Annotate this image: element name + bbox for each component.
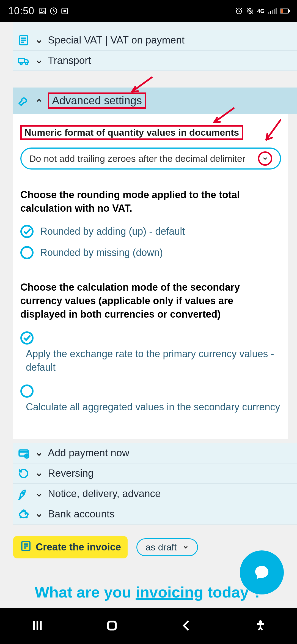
advanced-settings-panel: Numeric format of quantity values in doc…	[13, 114, 288, 439]
network-label: 4G	[257, 8, 265, 14]
chevron-down-icon	[35, 510, 43, 518]
chevron-up-icon	[35, 94, 43, 107]
record-icon	[61, 7, 68, 15]
piggy-bank-icon	[17, 508, 30, 520]
back-button[interactable]	[180, 619, 194, 634]
accordion-item-advanced-settings[interactable]: Advanced settings	[13, 88, 297, 114]
radio-exchange-rate[interactable]: Apply the exchange rate to the primary c…	[20, 331, 281, 374]
accordion-label: Special VAT | VAT on payment	[48, 34, 185, 46]
accessibility-button[interactable]	[254, 620, 266, 633]
accordion-item-reversing[interactable]: Reversing	[13, 463, 297, 484]
home-button[interactable]	[105, 619, 119, 634]
truck-icon	[17, 54, 30, 67]
accordion-item-transport[interactable]: Transport	[13, 51, 297, 71]
revert-icon	[17, 467, 30, 479]
chat-bubble-icon	[253, 564, 271, 581]
radio-label: Rounded by missing (down)	[40, 245, 163, 260]
payment-icon	[17, 447, 30, 459]
advanced-settings-title: Advanced settings	[48, 92, 146, 109]
accordion-label: Bank accounts	[48, 508, 115, 520]
chevron-down-icon	[35, 57, 43, 64]
accordion-item-add-payment[interactable]: Add payment now	[13, 443, 297, 463]
radio-label: Apply the exchange rate to the primary c…	[20, 347, 281, 374]
chevron-down-icon	[35, 490, 43, 498]
invoice-icon	[20, 540, 32, 555]
accordion-item-special-vat[interactable]: Special VAT | VAT on payment	[13, 30, 297, 51]
svg-rect-0	[40, 8, 46, 14]
dropdown-value: Do not add trailing zeroes after the dec…	[29, 153, 245, 164]
status-bar: 10:50 4G	[0, 0, 297, 22]
wrench-icon	[17, 95, 30, 107]
svg-point-18	[22, 492, 24, 494]
create-invoice-button[interactable]: Create the invoice	[13, 536, 128, 558]
svg-point-12	[26, 62, 28, 64]
numeric-format-dropdown[interactable]: Do not add trailing zeroes after the dec…	[20, 148, 281, 170]
status-time: 10:50	[8, 5, 34, 17]
gallery-icon	[39, 7, 46, 15]
signal-icon	[268, 8, 277, 14]
currency-mode-heading: Choose the calculation mode of the secon…	[20, 281, 281, 321]
chevron-down-icon	[35, 449, 43, 457]
currency-mode-group: Apply the exchange rate to the primary c…	[20, 331, 281, 414]
accordion-label: Transport	[48, 55, 91, 66]
radio-rounded-down[interactable]: Rounded by missing (down)	[20, 245, 281, 260]
rocket-icon	[17, 488, 30, 500]
radio-unchecked-icon	[20, 384, 34, 398]
radio-checked-icon	[20, 331, 34, 345]
dropdown-chevron[interactable]	[258, 151, 272, 166]
svg-point-20	[25, 513, 26, 514]
accordion-item-notice-delivery[interactable]: Notice, delivery, advance	[13, 484, 297, 504]
accordion-item-truncated[interactable]	[13, 22, 297, 30]
accordion-item-bank-accounts[interactable]: Bank accounts	[13, 504, 297, 525]
battery-icon	[280, 9, 289, 13]
svg-rect-10	[19, 59, 25, 63]
rounding-mode-heading: Choose the rounding mode applied to the …	[20, 188, 281, 215]
radio-checked-icon	[20, 225, 34, 238]
accordion-label: Reversing	[48, 468, 94, 479]
android-navbar	[0, 608, 297, 644]
numeric-format-label: Numeric format of quantity values in doc…	[20, 125, 243, 140]
svg-rect-28	[108, 621, 116, 629]
draft-label: as draft	[145, 542, 177, 553]
svg-point-11	[20, 62, 22, 64]
radio-aggregated-secondary[interactable]: Calculate all aggregated values in the s…	[20, 384, 281, 414]
chevron-down-icon	[35, 470, 43, 477]
accordion-label: Notice, delivery, advance	[48, 488, 161, 500]
chat-fab[interactable]	[240, 550, 284, 594]
activity-icon	[50, 7, 57, 15]
radio-label: Rounded by adding (up) - default	[40, 224, 185, 238]
recent-apps-button[interactable]	[31, 619, 44, 634]
draft-dropdown[interactable]: as draft	[136, 538, 198, 556]
alarm-icon	[235, 7, 243, 15]
accordion-label: Add payment now	[48, 447, 129, 459]
radio-rounded-up[interactable]: Rounded by adding (up) - default	[20, 224, 281, 238]
svg-point-29	[260, 621, 262, 623]
svg-point-1	[41, 9, 42, 11]
chevron-down-icon	[182, 542, 189, 553]
radio-unchecked-icon	[20, 246, 34, 259]
vibrate-icon	[246, 7, 254, 15]
radio-label: Calculate all aggregated values in the s…	[20, 400, 280, 414]
chevron-down-icon	[35, 36, 43, 44]
rounding-mode-group: Rounded by adding (up) - default Rounded…	[20, 224, 281, 259]
svg-point-4	[63, 10, 66, 12]
create-invoice-label: Create the invoice	[36, 541, 121, 553]
vat-icon	[17, 34, 30, 46]
